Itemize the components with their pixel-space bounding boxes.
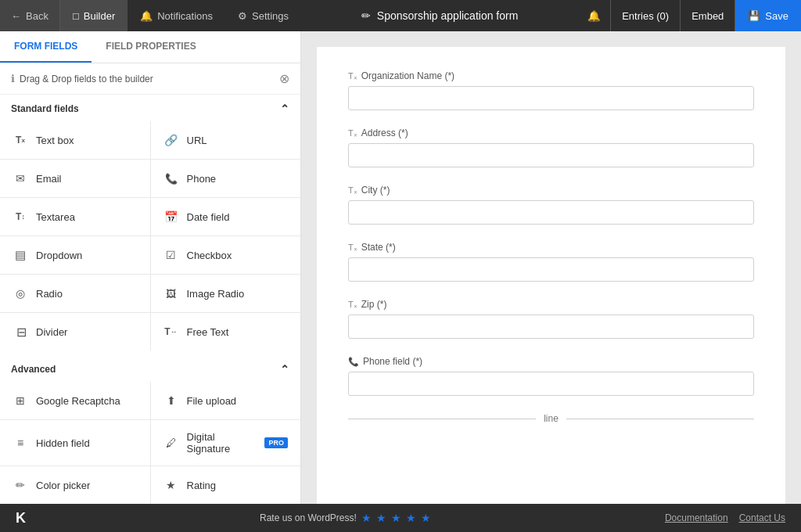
- settings-label: Settings: [252, 10, 289, 22]
- free-text-label: Free Text: [187, 326, 229, 338]
- field-group-phone: 📞 Phone field (*): [348, 356, 754, 396]
- documentation-link[interactable]: Documentation: [665, 512, 728, 523]
- save-label: Save: [765, 10, 788, 22]
- rating-label: Rating: [187, 480, 217, 491]
- field-item-textarea[interactable]: T↕ Textarea: [0, 198, 150, 235]
- field-item-file-upload[interactable]: ⬆ File upload: [151, 382, 301, 419]
- embed-label: Embed: [691, 10, 724, 22]
- bottom-links: Documentation Contact Us: [665, 512, 785, 523]
- file-upload-label: File upload: [187, 395, 237, 407]
- back-label: Back: [26, 10, 48, 22]
- bell-icon: 🔔: [140, 10, 153, 22]
- field-item-checkbox[interactable]: ☑ Checkbox: [151, 236, 301, 274]
- address-icon: Tₓ: [348, 128, 357, 138]
- tab-field-properties[interactable]: FIELD PROPERTIES: [92, 31, 210, 63]
- url-label: URL: [187, 135, 207, 146]
- zip-label: Tₓ Zip (*): [348, 299, 754, 310]
- rate-text: Rate us on WordPress!: [260, 512, 357, 523]
- textarea-label: Textarea: [36, 211, 75, 223]
- org-name-icon: Tₓ: [348, 71, 357, 81]
- advanced-fields-header: Advanced ⌃: [0, 355, 300, 382]
- back-button[interactable]: ← Back: [0, 0, 60, 31]
- entries-button[interactable]: Entries (0): [610, 0, 680, 31]
- embed-button[interactable]: Embed: [680, 0, 735, 31]
- contact-link[interactable]: Contact Us: [739, 512, 785, 523]
- entries-label: Entries (0): [622, 10, 669, 22]
- settings-tab[interactable]: ⚙ Settings: [225, 0, 301, 31]
- state-label-text: State (*): [361, 242, 396, 253]
- radio-label: Radio: [36, 288, 63, 300]
- main-layout: FORM FIELDS FIELD PROPERTIES ℹ Drag & Dr…: [0, 31, 801, 504]
- divider-left-line: [348, 419, 536, 419]
- field-group-state: Tₓ State (*): [348, 242, 754, 282]
- email-icon: ✉: [13, 171, 28, 186]
- collapse-standard-icon[interactable]: ⌃: [280, 102, 289, 115]
- image-radio-label: Image Radio: [187, 288, 245, 300]
- save-button[interactable]: 💾 Save: [735, 0, 801, 31]
- hidden-field-label: Hidden field: [36, 437, 90, 449]
- drag-hint-text: Drag & Drop fields to the builder: [20, 74, 153, 84]
- field-item-divider[interactable]: ⊟ Divider: [0, 313, 150, 350]
- star-4[interactable]: ★: [406, 512, 416, 524]
- form-canvas-area: Tₓ Organization Name (*) Tₓ Address (*) …: [301, 31, 801, 504]
- collapse-advanced-icon[interactable]: ⌃: [280, 363, 289, 376]
- textarea-icon: T↕: [13, 209, 28, 225]
- phone-input[interactable]: [348, 372, 754, 396]
- star-3[interactable]: ★: [391, 512, 401, 524]
- standard-fields-header: Standard fields ⌃: [0, 95, 300, 121]
- rating-icon: ★: [163, 477, 179, 493]
- address-label-text: Address (*): [361, 128, 408, 138]
- tab-form-fields[interactable]: FORM FIELDS: [0, 31, 92, 63]
- org-name-label: Tₓ Organization Name (*): [348, 70, 754, 81]
- checkbox-label: Checkbox: [187, 250, 232, 261]
- back-arrow-icon: ←: [11, 10, 21, 22]
- field-item-dropdown[interactable]: ▤ Dropdown: [0, 236, 150, 274]
- panel-tabs: FORM FIELDS FIELD PROPERTIES: [0, 31, 300, 63]
- field-item-free-text[interactable]: T↔ Free Text: [151, 313, 301, 350]
- field-item-url[interactable]: 🔗 URL: [151, 121, 301, 159]
- field-item-rating[interactable]: ★ Rating: [151, 466, 301, 504]
- advanced-section-label: Advanced: [11, 364, 56, 375]
- divider-right-line: [566, 419, 754, 419]
- field-item-text-box[interactable]: Tx Text box: [0, 121, 150, 159]
- state-input[interactable]: [348, 257, 754, 282]
- field-item-phone[interactable]: 📞 Phone: [151, 160, 301, 197]
- star-1[interactable]: ★: [361, 512, 372, 524]
- color-picker-icon: ✏: [13, 477, 28, 493]
- divider-text: line: [544, 413, 559, 424]
- signature-icon: 🖊: [163, 435, 179, 451]
- pro-badge: PRO: [264, 437, 288, 448]
- field-group-org-name: Tₓ Organization Name (*): [348, 70, 754, 110]
- image-radio-icon: 🖼: [163, 286, 179, 301]
- star-2[interactable]: ★: [376, 512, 386, 524]
- notifications-tab[interactable]: 🔔 Notifications: [128, 0, 225, 31]
- field-item-date[interactable]: 📅 Date field: [151, 198, 301, 235]
- field-item-email[interactable]: ✉ Email: [0, 160, 150, 197]
- field-item-hidden[interactable]: ≡ Hidden field: [0, 420, 150, 466]
- city-input[interactable]: [348, 200, 754, 225]
- city-label: Tₓ City (*): [348, 185, 754, 196]
- checkbox-icon: ☑: [163, 247, 179, 263]
- bottom-center: Rate us on WordPress! ★ ★ ★ ★ ★: [260, 512, 431, 524]
- field-item-signature[interactable]: 🖊 Digital Signature PRO: [151, 420, 301, 466]
- field-group-city: Tₓ City (*): [348, 185, 754, 225]
- close-hint-icon[interactable]: ⊗: [279, 71, 289, 86]
- star-5[interactable]: ★: [421, 512, 431, 524]
- org-name-input[interactable]: [348, 86, 754, 110]
- phone-label-icon: 📞: [348, 357, 359, 367]
- date-icon: 📅: [163, 209, 179, 225]
- field-item-image-radio[interactable]: 🖼 Image Radio: [151, 275, 301, 312]
- zip-input[interactable]: [348, 315, 754, 339]
- top-nav: ← Back □ Builder 🔔 Notifications ⚙ Setti…: [0, 0, 801, 31]
- state-label: Tₓ State (*): [348, 242, 754, 253]
- recaptcha-label: Google Recaptcha: [36, 395, 120, 407]
- field-item-radio[interactable]: ◎ Radio: [0, 275, 150, 312]
- field-item-color-picker[interactable]: ✏ Color picker: [0, 466, 150, 504]
- address-input[interactable]: [348, 143, 754, 167]
- save-icon: 💾: [748, 10, 760, 22]
- city-icon: Tₓ: [348, 185, 357, 196]
- notification-bell-button[interactable]: 🔔: [578, 0, 610, 31]
- builder-tab[interactable]: □ Builder: [60, 0, 128, 31]
- field-item-recaptcha[interactable]: ⊞ Google Recaptcha: [0, 382, 150, 419]
- state-icon: Tₓ: [348, 243, 357, 253]
